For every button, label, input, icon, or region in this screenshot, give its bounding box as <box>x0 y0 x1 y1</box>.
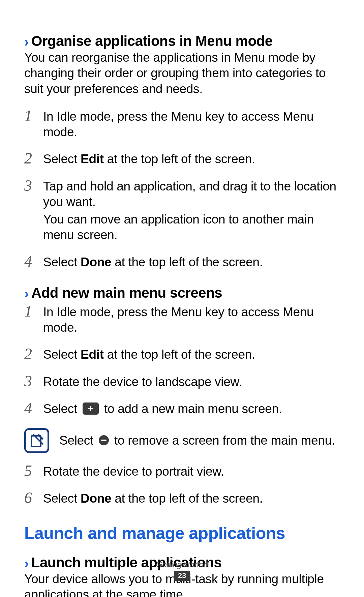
list-item: 1 In Idle mode, press the Menu key to ac… <box>24 109 340 140</box>
step-text: Select Edit at the top left of the scree… <box>43 151 340 167</box>
step-number: 2 <box>24 151 43 166</box>
keyword-done: Done <box>81 491 111 505</box>
list-item: 6 Select Done at the top left of the scr… <box>24 491 340 506</box>
step-number: 1 <box>24 304 43 319</box>
keyword-edit: Edit <box>81 152 104 166</box>
list-item: 1 In Idle mode, press the Menu key to ac… <box>24 304 340 336</box>
step-number: 3 <box>24 178 43 193</box>
keyword-edit: Edit <box>81 348 104 361</box>
step-text: In Idle mode, press the Menu key to acce… <box>43 109 340 140</box>
step-text: Rotate the device to landscape view. <box>43 374 340 390</box>
step-number: 4 <box>24 400 43 416</box>
note-icon <box>24 428 49 453</box>
plus-icon: + <box>83 402 99 415</box>
step-number: 5 <box>24 463 43 479</box>
keyword-done: Done <box>81 255 111 269</box>
footer-section-label: Getting started <box>0 560 364 569</box>
addscreens-steps-after: 5 Rotate the device to portrait view. 6 … <box>24 464 340 507</box>
step-number: 2 <box>24 346 43 362</box>
minus-circle-icon <box>99 435 109 445</box>
list-item: 2 Select Edit at the top left of the scr… <box>24 151 340 167</box>
step-number: 3 <box>24 374 43 389</box>
step-subnote: You can move an application icon to anot… <box>43 212 340 243</box>
chevron-icon: › <box>24 287 29 300</box>
note-text: Select to remove a screen from the main … <box>59 434 340 448</box>
step-text: Select Edit at the top left of the scree… <box>43 347 340 362</box>
step-text: Select + to add a new main menu screen. <box>43 401 340 417</box>
heading-addscreens: › Add new main menu screens <box>24 285 340 301</box>
organise-intro: You can reorganise the applications in M… <box>24 50 340 97</box>
step-text: Rotate the device to portrait view. <box>43 464 340 479</box>
heading-addscreens-text: Add new main menu screens <box>31 285 222 301</box>
step-number: 4 <box>24 254 43 269</box>
heading-organise-text: Organise applications in Menu mode <box>31 33 273 49</box>
manual-page: › Organise applications in Menu mode You… <box>0 0 364 597</box>
chevron-icon: › <box>24 35 29 49</box>
list-item: 3 Rotate the device to landscape view. <box>24 374 340 390</box>
addscreens-steps: 1 In Idle mode, press the Menu key to ac… <box>24 304 340 417</box>
heading-organise: › Organise applications in Menu mode <box>24 33 340 49</box>
page-number-badge: 23 <box>174 571 190 581</box>
list-item: 3 Tap and hold an application, and drag … <box>24 179 340 243</box>
note: Select to remove a screen from the main … <box>24 428 340 453</box>
list-item: 4 Select Done at the top left of the scr… <box>24 255 340 270</box>
page-footer: Getting started 23 <box>0 560 364 581</box>
organise-steps: 1 In Idle mode, press the Menu key to ac… <box>24 109 340 270</box>
list-item: 5 Rotate the device to portrait view. <box>24 464 340 479</box>
list-item: 4 Select + to add a new main menu screen… <box>24 401 340 417</box>
step-text: Select Done at the top left of the scree… <box>43 491 340 506</box>
step-number: 1 <box>24 108 43 124</box>
step-text: Select Done at the top left of the scree… <box>43 255 340 270</box>
heading-launch-manage: Launch and manage applications <box>24 524 340 543</box>
step-text: Tap and hold an application, and drag it… <box>43 179 340 243</box>
list-item: 2 Select Edit at the top left of the scr… <box>24 347 340 362</box>
step-number: 6 <box>24 490 43 506</box>
step-text: In Idle mode, press the Menu key to acce… <box>43 304 340 336</box>
